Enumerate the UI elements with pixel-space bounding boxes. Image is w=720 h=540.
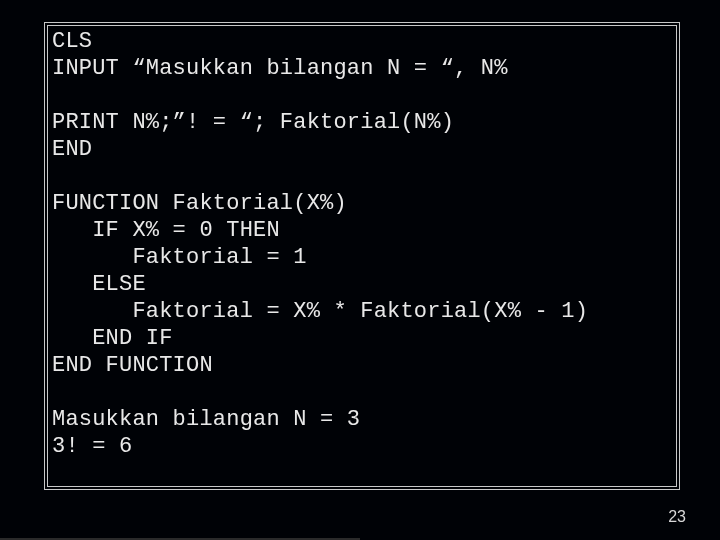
code-line: FUNCTION Faktorial(X%) <box>52 191 347 216</box>
code-line: Faktorial = X% * Faktorial(X% - 1) <box>52 299 588 324</box>
page-number: 23 <box>668 508 686 526</box>
code-line: Faktorial = 1 <box>52 245 307 270</box>
code-line: END IF <box>52 326 173 351</box>
code-line: 3! = 6 <box>52 434 132 459</box>
code-line: INPUT “Masukkan bilangan N = “, N% <box>52 56 508 81</box>
slide: CLS INPUT “Masukkan bilangan N = “, N% P… <box>0 0 720 540</box>
code-line: PRINT N%;”! = “; Faktorial(N%) <box>52 110 454 135</box>
code-box: CLS INPUT “Masukkan bilangan N = “, N% P… <box>44 22 680 490</box>
code-line: END FUNCTION <box>52 353 213 378</box>
code-line: END <box>52 137 92 162</box>
code-line: ELSE <box>52 272 146 297</box>
code-line: IF X% = 0 THEN <box>52 218 280 243</box>
code-line: Masukkan bilangan N = 3 <box>52 407 360 432</box>
code-line: CLS <box>52 29 92 54</box>
